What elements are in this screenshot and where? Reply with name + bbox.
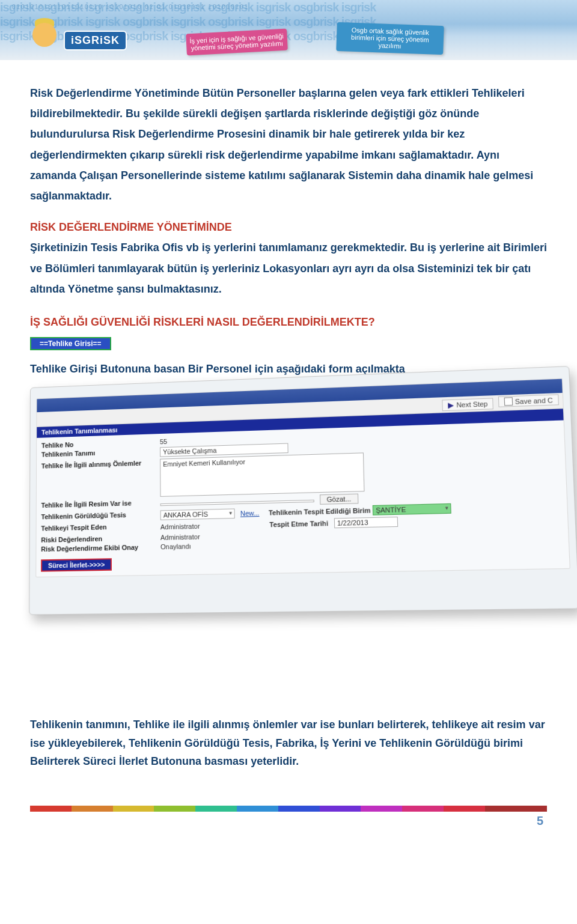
inline-red-heading: RİSK DEĞERLENDİRME YÖNETİMİNDE <box>30 221 232 233</box>
tehlike-giris-button[interactable]: ==Tehlike Girisi== <box>30 337 111 350</box>
label-tehlike-tanimi: Tehlikenin Tanımı <box>41 447 160 458</box>
mascot-illustration <box>30 18 59 49</box>
section-question-heading: İŞ SAĞLIĞI GÜVENLİĞİ RİSKLERİ NASIL DEĞE… <box>30 316 547 329</box>
value-tespit-eden: Administrator <box>160 523 200 531</box>
input-file-path[interactable] <box>160 500 314 506</box>
new-tesis-link[interactable]: New... <box>240 509 260 517</box>
closing-paragraph: Tehlikenin tanımını, Tehlike ile ilgili … <box>30 716 547 771</box>
dropdown-tesis[interactable]: ANKARA OFİS <box>160 509 235 520</box>
paragraph-2-text: Şirketinizin Tesis Fabrika Ofis vb iş ye… <box>30 242 547 294</box>
input-tarih[interactable]: 1/22/2013 <box>334 517 397 528</box>
next-icon: ▶ <box>448 401 454 410</box>
label-tesis: Tehlikenin Görüldüğü Tesis <box>41 511 160 521</box>
form-screenshot-wrap: ▶ Next Step Save and C Tehlikenin Tanıml… <box>30 388 547 613</box>
label-degerlendiren: Riski Değerlendiren <box>41 534 160 544</box>
label-resim: Tehlike İle İlgili Resim Var ise <box>41 499 160 509</box>
paragraph-1: Risk Değerlendirme Yönetiminde Bütün Per… <box>30 83 547 206</box>
main-content: Risk Değerlendirme Yönetiminde Bütün Per… <box>0 60 577 788</box>
blue-slogan-bubble: Osgb ortak sağlık güvenlik birimleri içi… <box>336 22 444 55</box>
label-tarih: Tespit Etme Tarihi <box>269 520 328 529</box>
banner-brand-pattern: isgrisk osgbrisk isgrisk osgbrisk isgris… <box>0 0 577 60</box>
save-checkbox-icon <box>504 397 513 406</box>
textarea-onlemler[interactable]: Emniyet Kemeri Kullanılıyor <box>160 452 364 497</box>
paragraph-2-block: RİSK DEĞERLENDİRME YÖNETİMİNDE Şirketini… <box>30 217 547 299</box>
form-body: Tehlike No 55 Tehlikenin Tanımı Yüksekte… <box>36 421 569 577</box>
page-number: 5 <box>0 814 577 828</box>
form-screenshot: ▶ Next Step Save and C Tehlikenin Tanıml… <box>29 366 577 615</box>
brand-logo: iSGRiSK <box>64 31 127 50</box>
header-banner: 01010101011011010110 10101010 01 01 0101… <box>0 0 577 60</box>
browse-button[interactable]: Gözat... <box>320 494 358 505</box>
sureci-ilerlet-button[interactable]: Süreci İlerlet->>>> <box>41 558 112 572</box>
next-step-button[interactable]: ▶ Next Step <box>442 398 493 411</box>
dropdown-birim[interactable]: ŞANTİYE <box>373 503 451 515</box>
label-onlemler: Tehlike İle İlgili alınmış Önlemler <box>41 459 160 470</box>
document-page: 01010101011011010110 10101010 01 01 0101… <box>0 0 577 852</box>
label-birim: Tehlikenin Tespit Edildiği Birim <box>269 506 371 517</box>
footer-color-bar <box>30 806 547 812</box>
label-ekip-onay: Risk Değerlendirme Ekibi Onay <box>41 543 160 553</box>
label-tespit-eden: Tehlikeyi Tespit Eden <box>41 522 160 532</box>
save-button[interactable]: Save and C <box>498 394 559 407</box>
